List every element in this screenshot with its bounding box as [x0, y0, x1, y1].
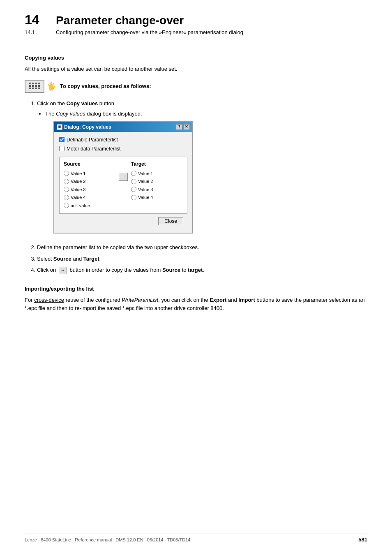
close-button[interactable]: Close [158, 217, 183, 225]
source-column: Source Value 1 Value 2 Value 3 [62, 160, 117, 210]
dialog-title-icon: ▣ [57, 124, 62, 130]
target-value4: Value 4 [131, 194, 183, 201]
section-title: Configuring parameter change-over via th… [56, 29, 243, 35]
chapter-number: 14 [25, 12, 49, 28]
import-bold: Import [238, 297, 255, 303]
step-3-source: Source [53, 256, 71, 262]
source-value4: Value 4 [64, 194, 115, 201]
page-footer: Lenze · 8400 StateLine · Reference manua… [25, 534, 367, 543]
step-4-source: Source [162, 267, 180, 273]
page-number: 581 [358, 536, 367, 543]
checkbox-definable-label: Definable Parameterlist [67, 136, 118, 143]
copy-arrow-button[interactable]: → [119, 173, 128, 181]
dialog-screenshot: ▣ Dialog: Copy values ? ✕ [53, 121, 193, 234]
checkbox-motordata-input[interactable] [59, 146, 65, 151]
footer-text: Lenze · 8400 StateLine · Reference manua… [25, 537, 190, 542]
step-1-bullet: The Copy values dialog box is displayed: [45, 110, 367, 118]
inline-arrow-icon: → [59, 267, 67, 274]
dialog-help-btn[interactable]: ? [176, 124, 182, 130]
export-bold: Export [210, 297, 226, 303]
target-value1: Value 1 [131, 170, 183, 177]
cross-device-text: cross-device [34, 297, 64, 303]
step-2: Define the parameter list to be copied v… [37, 243, 367, 252]
source-value3: Value 3 [64, 186, 115, 193]
checkbox-definable-input[interactable] [59, 137, 65, 142]
step-3-target: Target [83, 256, 99, 262]
arrow-column: → [117, 160, 129, 181]
steps-list: Click on the Copy values button. The Cop… [25, 99, 367, 274]
target-header: Target [131, 160, 183, 168]
importing-section: Importing/exporting the list For cross-d… [25, 286, 367, 313]
chapter-title: Parameter change-over [56, 14, 184, 27]
source-actvalue: act. value [64, 202, 115, 209]
checkbox-motordata-label: Motor data Parameterlist [67, 145, 120, 153]
step-1: Click on the Copy values button. The Cop… [37, 99, 367, 240]
dialog-titlebar: ▣ Dialog: Copy values ? ✕ [54, 122, 192, 132]
person-icon: 🖐 [47, 82, 56, 91]
step-4-target: target [188, 267, 203, 273]
writeparamlist-text: WriteParamList [122, 297, 158, 303]
source-header: Source [64, 160, 115, 168]
importing-title: Importing/exporting the list [25, 286, 367, 292]
step-1-bold: Copy values [67, 100, 98, 106]
importing-text: For cross-device reuse of the configured… [25, 296, 367, 313]
step-4: Click on → button in order to copy the v… [37, 266, 367, 274]
instruction-bold: To copy values, proceed as follows: [60, 83, 151, 89]
target-value2: Value 2 [131, 178, 183, 185]
copying-values-title: Copying values [25, 55, 367, 61]
source-value2: Value 2 [64, 178, 115, 185]
dialog-title: Dialog: Copy values [64, 123, 111, 131]
dialog-close-btn[interactable]: ✕ [183, 124, 190, 130]
step-3: Select Source and Target. [37, 255, 367, 263]
checkbox-definable: Definable Parameterlist [59, 136, 187, 143]
section-separator [25, 43, 367, 43]
section-number: 14.1 [25, 29, 49, 35]
target-column: Target Value 1 Value 2 Value 3 [129, 160, 184, 202]
source-value1: Value 1 [64, 170, 115, 177]
target-value3: Value 3 [131, 186, 183, 193]
procedure-icon: 🖐 [25, 80, 56, 93]
checkbox-motordata: Motor data Parameterlist [59, 145, 187, 153]
copying-values-intro: All the settings of a value set can be c… [25, 65, 367, 73]
